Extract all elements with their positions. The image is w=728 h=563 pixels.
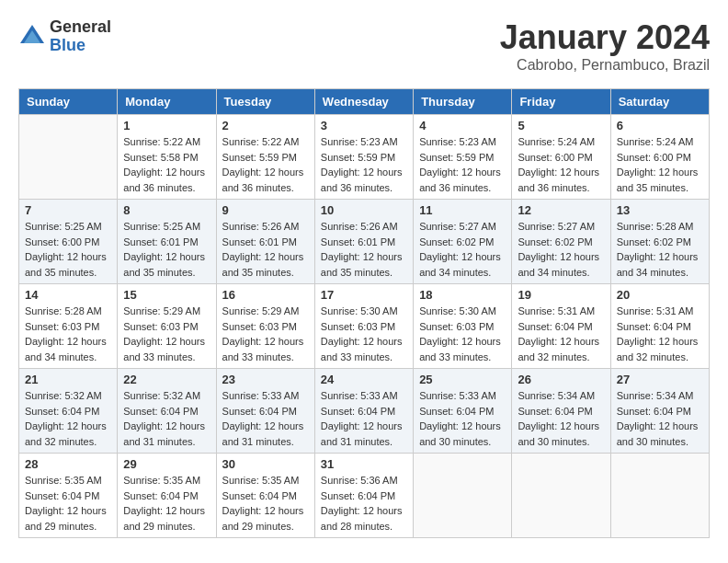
calendar-cell: 15Sunrise: 5:29 AMSunset: 6:03 PMDayligh…: [118, 284, 216, 369]
calendar-cell: 7Sunrise: 5:25 AMSunset: 6:00 PMDaylight…: [19, 200, 118, 284]
day-info: Sunrise: 5:35 AMSunset: 6:04 PMDaylight:…: [222, 473, 309, 534]
day-info: Sunrise: 5:35 AMSunset: 6:04 PMDaylight:…: [25, 473, 111, 534]
day-number: 18: [419, 288, 506, 302]
calendar-cell: 25Sunrise: 5:33 AMSunset: 6:04 PMDayligh…: [414, 369, 512, 454]
day-number: 22: [123, 373, 210, 386]
calendar-table: SundayMondayTuesdayWednesdayThursdayFrid…: [18, 88, 710, 538]
day-info: Sunrise: 5:22 AMSunset: 5:59 PMDaylight:…: [222, 134, 309, 195]
column-header-sunday: Sunday: [19, 89, 118, 115]
day-info: Sunrise: 5:24 AMSunset: 6:00 PMDaylight:…: [617, 134, 703, 195]
day-number: 13: [617, 203, 703, 217]
calendar-cell: 6Sunrise: 5:24 AMSunset: 6:00 PMDaylight…: [610, 115, 709, 200]
column-header-monday: Monday: [118, 89, 216, 115]
week-row-1: 1Sunrise: 5:22 AMSunset: 5:58 PMDaylight…: [19, 115, 710, 200]
day-info: Sunrise: 5:30 AMSunset: 6:03 PMDaylight:…: [321, 304, 407, 364]
title-block: January 2024 Cabrobo, Pernambuco, Brazil: [500, 18, 710, 74]
day-info: Sunrise: 5:28 AMSunset: 6:02 PMDaylight:…: [617, 219, 703, 280]
calendar-cell: 11Sunrise: 5:27 AMSunset: 6:02 PMDayligh…: [414, 200, 512, 284]
day-info: Sunrise: 5:29 AMSunset: 6:03 PMDaylight:…: [123, 304, 210, 364]
day-info: Sunrise: 5:33 AMSunset: 6:04 PMDaylight:…: [222, 388, 309, 449]
calendar-cell: 30Sunrise: 5:35 AMSunset: 6:04 PMDayligh…: [216, 454, 314, 538]
column-header-saturday: Saturday: [610, 89, 709, 115]
logo-general: General: [50, 18, 111, 37]
day-number: 29: [123, 457, 210, 471]
day-number: 27: [617, 373, 703, 386]
calendar-cell: 10Sunrise: 5:26 AMSunset: 6:01 PMDayligh…: [314, 200, 413, 284]
day-info: Sunrise: 5:34 AMSunset: 6:04 PMDaylight:…: [518, 388, 604, 449]
week-row-2: 7Sunrise: 5:25 AMSunset: 6:00 PMDaylight…: [19, 200, 710, 284]
day-info: Sunrise: 5:34 AMSunset: 6:04 PMDaylight:…: [617, 388, 703, 449]
calendar-cell: 8Sunrise: 5:25 AMSunset: 6:01 PMDaylight…: [118, 200, 216, 284]
week-row-4: 21Sunrise: 5:32 AMSunset: 6:04 PMDayligh…: [19, 369, 710, 454]
day-info: Sunrise: 5:33 AMSunset: 6:04 PMDaylight:…: [419, 388, 506, 449]
page-header: General Blue January 2024 Cabrobo, Perna…: [18, 18, 710, 74]
day-info: Sunrise: 5:28 AMSunset: 6:03 PMDaylight:…: [25, 304, 111, 364]
day-info: Sunrise: 5:26 AMSunset: 6:01 PMDaylight:…: [321, 219, 407, 280]
calendar-cell: 21Sunrise: 5:32 AMSunset: 6:04 PMDayligh…: [19, 369, 118, 454]
day-number: 7: [25, 203, 111, 217]
day-number: 11: [419, 203, 506, 217]
day-info: Sunrise: 5:24 AMSunset: 6:00 PMDaylight:…: [518, 134, 604, 195]
day-number: 10: [321, 203, 407, 217]
calendar-cell: 2Sunrise: 5:22 AMSunset: 5:59 PMDaylight…: [216, 115, 314, 200]
calendar-cell: 29Sunrise: 5:35 AMSunset: 6:04 PMDayligh…: [118, 454, 216, 538]
day-number: 2: [222, 119, 309, 132]
calendar-cell: 5Sunrise: 5:24 AMSunset: 6:00 PMDaylight…: [512, 115, 610, 200]
day-info: Sunrise: 5:33 AMSunset: 6:04 PMDaylight:…: [321, 388, 407, 449]
day-number: 3: [321, 119, 407, 132]
day-info: Sunrise: 5:31 AMSunset: 6:04 PMDaylight:…: [617, 304, 703, 364]
day-number: 9: [222, 203, 309, 217]
day-number: 21: [25, 373, 111, 386]
day-number: 12: [518, 203, 604, 217]
calendar-cell: 28Sunrise: 5:35 AMSunset: 6:04 PMDayligh…: [19, 454, 118, 538]
calendar-cell: [19, 115, 118, 200]
day-number: 25: [419, 373, 506, 386]
calendar-cell: 19Sunrise: 5:31 AMSunset: 6:04 PMDayligh…: [512, 284, 610, 369]
calendar-cell: 24Sunrise: 5:33 AMSunset: 6:04 PMDayligh…: [314, 369, 413, 454]
column-header-thursday: Thursday: [414, 89, 512, 115]
day-info: Sunrise: 5:25 AMSunset: 6:00 PMDaylight:…: [25, 219, 111, 280]
logo-icon: [18, 23, 46, 51]
calendar-cell: 13Sunrise: 5:28 AMSunset: 6:02 PMDayligh…: [610, 200, 709, 284]
day-info: Sunrise: 5:32 AMSunset: 6:04 PMDaylight:…: [123, 388, 210, 449]
calendar-cell: 17Sunrise: 5:30 AMSunset: 6:03 PMDayligh…: [314, 284, 413, 369]
calendar-cell: 12Sunrise: 5:27 AMSunset: 6:02 PMDayligh…: [512, 200, 610, 284]
day-info: Sunrise: 5:26 AMSunset: 6:01 PMDaylight:…: [222, 219, 309, 280]
day-number: 30: [222, 457, 309, 471]
day-number: 1: [123, 119, 210, 132]
day-info: Sunrise: 5:32 AMSunset: 6:04 PMDaylight:…: [25, 388, 111, 449]
day-info: Sunrise: 5:35 AMSunset: 6:04 PMDaylight:…: [123, 473, 210, 534]
calendar-cell: [512, 454, 610, 538]
calendar-cell: 20Sunrise: 5:31 AMSunset: 6:04 PMDayligh…: [610, 284, 709, 369]
day-info: Sunrise: 5:30 AMSunset: 6:03 PMDaylight:…: [419, 304, 506, 364]
day-number: 17: [321, 288, 407, 302]
day-info: Sunrise: 5:22 AMSunset: 5:58 PMDaylight:…: [123, 134, 210, 195]
day-info: Sunrise: 5:36 AMSunset: 6:04 PMDaylight:…: [321, 473, 407, 534]
calendar-cell: 26Sunrise: 5:34 AMSunset: 6:04 PMDayligh…: [512, 369, 610, 454]
day-number: 14: [25, 288, 111, 302]
week-row-5: 28Sunrise: 5:35 AMSunset: 6:04 PMDayligh…: [19, 454, 710, 538]
logo-text: General Blue: [50, 18, 111, 55]
column-header-tuesday: Tuesday: [216, 89, 314, 115]
calendar-cell: 18Sunrise: 5:30 AMSunset: 6:03 PMDayligh…: [414, 284, 512, 369]
column-header-wednesday: Wednesday: [314, 89, 413, 115]
day-number: 4: [419, 119, 506, 132]
day-number: 23: [222, 373, 309, 386]
week-row-3: 14Sunrise: 5:28 AMSunset: 6:03 PMDayligh…: [19, 284, 710, 369]
calendar-cell: 31Sunrise: 5:36 AMSunset: 6:04 PMDayligh…: [314, 454, 413, 538]
calendar-cell: 16Sunrise: 5:29 AMSunset: 6:03 PMDayligh…: [216, 284, 314, 369]
calendar-cell: 22Sunrise: 5:32 AMSunset: 6:04 PMDayligh…: [118, 369, 216, 454]
calendar-cell: [610, 454, 709, 538]
calendar-cell: 1Sunrise: 5:22 AMSunset: 5:58 PMDaylight…: [118, 115, 216, 200]
day-number: 24: [321, 373, 407, 386]
day-info: Sunrise: 5:27 AMSunset: 6:02 PMDaylight:…: [419, 219, 506, 280]
calendar-cell: 27Sunrise: 5:34 AMSunset: 6:04 PMDayligh…: [610, 369, 709, 454]
day-number: 28: [25, 457, 111, 471]
calendar-cell: 9Sunrise: 5:26 AMSunset: 6:01 PMDaylight…: [216, 200, 314, 284]
title-location: Cabrobo, Pernambuco, Brazil: [500, 57, 710, 74]
column-header-friday: Friday: [512, 89, 610, 115]
day-number: 5: [518, 119, 604, 132]
day-info: Sunrise: 5:23 AMSunset: 5:59 PMDaylight:…: [419, 134, 506, 195]
calendar-cell: 23Sunrise: 5:33 AMSunset: 6:04 PMDayligh…: [216, 369, 314, 454]
day-number: 15: [123, 288, 210, 302]
